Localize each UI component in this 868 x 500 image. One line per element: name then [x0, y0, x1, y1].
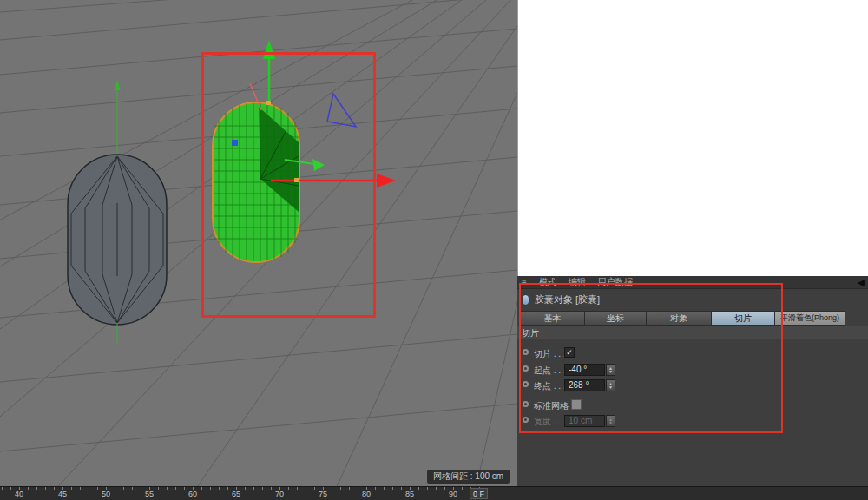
ruler-tick: 75	[319, 490, 327, 498]
ruler-tick: 70	[275, 490, 284, 498]
keyframe-circle-icon[interactable]	[523, 381, 529, 387]
grid-spacing-label: 网格间距 : 100 cm	[427, 470, 510, 484]
ruler-tick: 65	[232, 490, 240, 498]
current-frame-indicator[interactable]: 0 F	[470, 488, 488, 499]
selection-point[interactable]	[232, 140, 238, 146]
viewport[interactable]: 网格间距 : 100 cm	[0, 0, 517, 486]
spinner-down-icon[interactable]: ▼	[608, 385, 613, 389]
tab-coordinates[interactable]: 坐标	[584, 311, 646, 326]
gray-capsule-object[interactable]	[68, 80, 167, 344]
property-row-width: 宽度 . . . 10 cm ▲ ▼	[517, 414, 868, 428]
keyframe-circle-icon[interactable]	[523, 365, 529, 372]
ruler-tick: 45	[58, 490, 67, 498]
object-title-row: 胶囊对象 [胶囊]	[522, 293, 600, 306]
tab-object[interactable]: 对象	[646, 311, 711, 326]
viewport-canvas[interactable]	[0, 0, 517, 486]
slice-checkbox[interactable]: ✓	[564, 347, 575, 358]
keyframe-circle-icon[interactable]	[523, 401, 529, 407]
start-label: 起点 . . .	[534, 365, 566, 377]
normal-triangle-icon	[327, 94, 356, 127]
panel-tabs: 基本 坐标 对象 切片 平滑着色(Phong)	[520, 311, 845, 326]
ruler-tick: 60	[188, 490, 197, 498]
slice-label: 切片 . . .	[534, 348, 566, 360]
tab-phong[interactable]: 平滑着色(Phong)	[774, 311, 845, 326]
ruler-tick: 85	[405, 490, 414, 498]
keyframe-circle-icon[interactable]	[523, 349, 529, 355]
tab-slice[interactable]: 切片	[711, 311, 774, 326]
green-capsule-object[interactable]	[213, 102, 299, 262]
timeline-ruler[interactable]: 40 45 50 55 60 65 70 75 80 85 90 0 F	[0, 486, 868, 500]
y-axis-arrowhead-icon[interactable]	[263, 40, 275, 59]
end-angle-spinner[interactable]: ▲ ▼	[606, 379, 615, 391]
tab-basic[interactable]: 基本	[520, 311, 584, 326]
standard-grid-label: 标准网格	[534, 400, 569, 412]
end-angle-field[interactable]: 268 °	[564, 379, 605, 391]
spinner-down-icon[interactable]: ▼	[608, 370, 613, 373]
width-spinner: ▲ ▼	[606, 415, 615, 427]
menu-item-edit[interactable]: 编辑	[569, 276, 586, 288]
radius-handle[interactable]	[294, 178, 299, 182]
property-row-standard-grid: 标准网格	[517, 398, 868, 412]
width-field: 10 cm	[564, 415, 605, 427]
property-row-start: 起点 . . . -40 ° ▲ ▼	[517, 363, 868, 377]
ruler-tick: 55	[145, 490, 154, 498]
ruler-tick: 40	[15, 490, 23, 498]
ruler-tick: 50	[102, 490, 110, 498]
object-title: 胶囊对象 [胶囊]	[535, 293, 600, 306]
standard-grid-checkbox[interactable]	[571, 399, 582, 410]
menu-item-mode[interactable]: 模式	[539, 276, 556, 288]
capsule-object-icon	[522, 294, 529, 306]
spinner-down-icon: ▼	[608, 421, 613, 424]
width-label: 宽度 . . .	[534, 416, 566, 428]
ruler-tick: 80	[362, 490, 371, 498]
z-axis-arrowhead-icon[interactable]	[312, 159, 325, 171]
panel-menu-icon[interactable]: ≡	[522, 278, 527, 287]
x-axis-arrowhead-icon[interactable]	[377, 174, 396, 188]
ruler-tick: 90	[449, 490, 457, 498]
property-row-slice: 切片 . . . ✓	[517, 346, 868, 360]
collapse-arrow-icon[interactable]: ◀	[858, 277, 865, 288]
section-header-slice: 切片	[517, 326, 868, 339]
attribute-manager-panel: ≡ 模式 编辑 用户数据 ◀ 胶囊对象 [胶囊] 基本 坐标 对象 切片 平滑着…	[517, 276, 868, 486]
end-label: 终点 . . .	[534, 380, 566, 392]
property-row-end: 终点 . . . 268 ° ▲ ▼	[517, 378, 868, 392]
keyframe-circle-icon[interactable]	[523, 417, 529, 423]
panel-menubar: ≡ 模式 编辑 用户数据 ◀	[517, 276, 868, 289]
start-angle-spinner[interactable]: ▲ ▼	[606, 364, 615, 376]
start-angle-field[interactable]: -40 °	[564, 364, 605, 376]
menu-item-userdata[interactable]: 用户数据	[598, 276, 633, 288]
top-cap-handle[interactable]	[266, 101, 271, 105]
empty-panel-area	[517, 0, 868, 276]
